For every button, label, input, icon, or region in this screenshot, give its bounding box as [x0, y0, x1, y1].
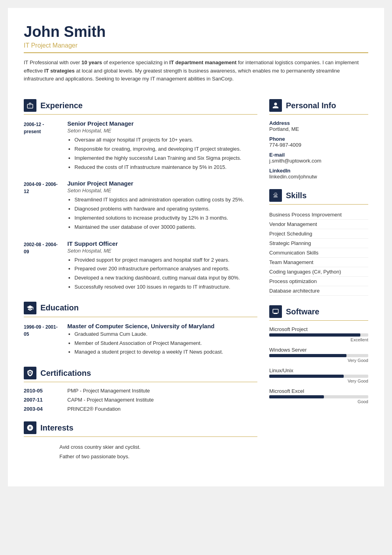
skills-section: Skills Business Process Improvement Vend… [269, 189, 368, 296]
svg-point-0 [29, 372, 31, 374]
software-level-1: Very Good [269, 358, 368, 363]
experience-icon [24, 99, 36, 112]
education-icon [24, 302, 36, 314]
bullet: Streamlined IT logistics and administrat… [74, 196, 257, 204]
monitor-icon [272, 308, 279, 315]
edu-bullets-0: Graduated Summa Cum Laude. Member of Stu… [67, 330, 257, 356]
software-icon [269, 305, 282, 318]
bullet: Prepared over 200 infrastructure perform… [74, 265, 257, 273]
software-name-3: Microsoft Excel [269, 388, 368, 394]
edu-content-0: Master of Computer Science, University o… [67, 323, 257, 357]
certifications-header: Certifications [24, 367, 257, 379]
personal-email: E-mail j.smith@uptowork.com [269, 152, 368, 164]
software-bar-fill-3 [269, 395, 324, 398]
software-divider [269, 320, 368, 321]
email-value: j.smith@uptowork.com [269, 158, 368, 164]
exp-dates-1: 2004-09 - 2006-12 [24, 180, 59, 232]
interest-item-0: Avid cross country skier and cyclist. [59, 442, 257, 452]
exp-entry-0: 2006-12 - present Senior Project Manager… [24, 120, 257, 172]
summary: IT Professional with over 10 years of ex… [24, 59, 368, 83]
software-title: Software [286, 307, 319, 316]
bullet: Diagnosed problems with hardware and ope… [74, 205, 257, 213]
exp-title-1: Junior Project Manager [67, 180, 257, 187]
bullet: Developed a new tracking dashboard, cutt… [74, 274, 257, 282]
right-column: Personal Info Address Portland, ME Phone… [269, 99, 368, 471]
experience-section: Experience 2006-12 - present Senior Proj… [24, 99, 257, 292]
software-header: Software [269, 305, 368, 318]
skill-item-2: Project Scheduling [269, 229, 368, 239]
resume-container: John Smith IT Project Manager IT Profess… [8, 8, 384, 486]
certifications-title: Certifications [40, 369, 91, 378]
education-section: Education 1996-09 - 2001-05 Master of Co… [24, 302, 257, 357]
address-value: Portland, ME [269, 126, 368, 132]
exp-company-1: Seton Hospital, ME [67, 188, 257, 193]
bullet: Successfully resolved over 100 issues in… [74, 283, 257, 291]
skill-item-7: Process optimization [269, 277, 368, 286]
exp-content-0: Senior Project Manager Seton Hospital, M… [67, 120, 257, 172]
software-bar-bg-1 [269, 354, 368, 357]
interest-item-1: Father of two passionate boys. [59, 452, 257, 461]
bullet: Oversaw all major hospital IT projects f… [74, 136, 257, 144]
person-icon [272, 102, 279, 109]
software-bar-fill-2 [269, 375, 344, 378]
skill-item-5: Team Management [269, 258, 368, 267]
software-name-0: Microsoft Project [269, 326, 368, 332]
bullet: Managed a student project to develop a w… [74, 348, 257, 356]
candidate-name: John Smith [24, 24, 368, 40]
personal-address: Address Portland, ME [269, 120, 368, 132]
exp-title-0: Senior Project Manager [67, 120, 257, 127]
skills-symbol-icon [272, 192, 279, 199]
education-title: Education [40, 303, 79, 312]
software-name-2: Linux/Unix [269, 367, 368, 373]
exp-title-2: IT Support Officer [67, 240, 257, 247]
graduation-icon [27, 304, 34, 312]
certifications-section: Certifications 2010-05 PMP - Project Man… [24, 367, 257, 412]
bullet: Member of Student Association of Project… [74, 339, 257, 348]
interests-list: Avid cross country skier and cyclist. Fa… [24, 442, 257, 461]
personal-linkedin: LinkedIn linkedin.com/johnutw [269, 168, 368, 180]
interests-section: Interests Avid cross country skier and c… [24, 421, 257, 461]
exp-bullets-2: Provided support for project managers an… [67, 256, 257, 291]
exp-content-1: Junior Project Manager Seton Hospital, M… [67, 180, 257, 232]
header: John Smith IT Project Manager IT Profess… [24, 24, 368, 92]
cert-entry-1: 2007-11 CAPM - Project Management Instit… [24, 397, 257, 403]
skills-icon [269, 189, 282, 202]
edu-entry-0: 1996-09 - 2001-05 Master of Computer Sci… [24, 323, 257, 357]
edu-degree-0: Master of Computer Science, University o… [67, 323, 257, 329]
skill-item-0: Business Process Improvement [269, 210, 368, 220]
cert-date-0: 2010-05 [24, 388, 59, 394]
experience-divider [24, 114, 257, 115]
education-divider [24, 317, 257, 317]
exp-entry-1: 2004-09 - 2006-12 Junior Project Manager… [24, 180, 257, 232]
exp-bullets-0: Oversaw all major hospital IT projects f… [67, 136, 257, 171]
bullet: Graduated Summa Cum Laude. [74, 330, 257, 339]
skill-item-4: Communication Skills [269, 248, 368, 258]
cert-date-1: 2007-11 [24, 397, 59, 403]
personal-info-title: Personal Info [286, 101, 336, 110]
exp-dates-0: 2006-12 - present [24, 120, 59, 172]
education-header: Education [24, 302, 257, 314]
exp-bullets-1: Streamlined IT logistics and administrat… [67, 196, 257, 231]
software-section: Software Microsoft Project Excellent Win… [269, 305, 368, 404]
software-bar-fill-1 [269, 354, 346, 357]
address-label: Address [269, 120, 368, 126]
main-content: Experience 2006-12 - present Senior Proj… [24, 99, 368, 471]
exp-company-0: Seton Hospital, ME [67, 128, 257, 134]
interests-icon [24, 421, 36, 434]
linkedin-value: linkedin.com/johnutw [269, 174, 368, 180]
cert-entry-0: 2010-05 PMP - Project Management Institu… [24, 388, 257, 394]
personal-info-section: Personal Info Address Portland, ME Phone… [269, 99, 368, 180]
software-level-0: Excellent [269, 337, 368, 342]
personal-phone: Phone 774-987-4009 [269, 136, 368, 148]
skills-list: Business Process Improvement Vendor Mana… [269, 210, 368, 296]
certifications-divider [24, 382, 257, 382]
email-label: E-mail [269, 152, 368, 158]
cert-date-2: 2003-04 [24, 406, 59, 412]
software-bar-bg-0 [269, 333, 368, 337]
software-item-2: Linux/Unix Very Good [269, 367, 368, 383]
cert-name-2: PRINCE2® Foundation [67, 406, 121, 412]
software-item-0: Microsoft Project Excellent [269, 326, 368, 342]
bullet: Implemented solutions to increase produc… [74, 214, 257, 222]
skill-item-8: Database architecture [269, 286, 368, 296]
experience-title: Experience [40, 101, 83, 110]
